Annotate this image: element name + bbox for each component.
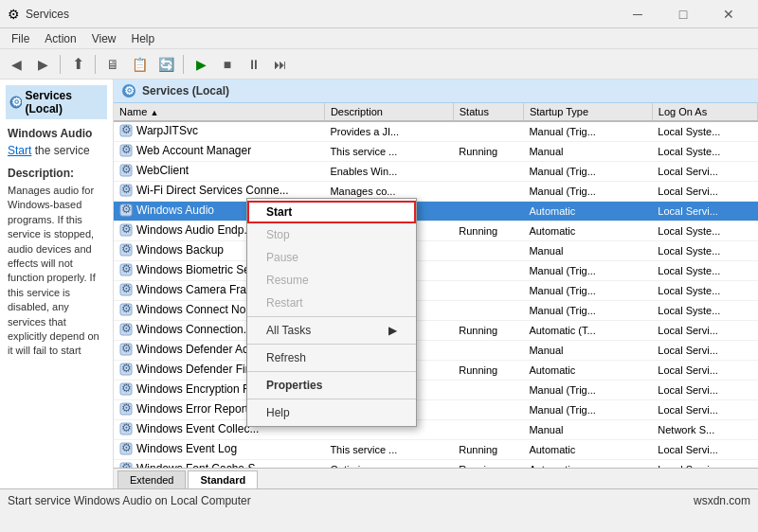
- table-row[interactable]: ⚙ Web Account Manager This service ...Ru…: [114, 142, 758, 162]
- table-row[interactable]: ⚙ Windows Connect No... Manual (Trig...L…: [114, 301, 758, 321]
- ctx-all-tasks[interactable]: All Tasks ▶: [247, 319, 416, 342]
- table-row[interactable]: ⚙ WebClient Enables Win...Manual (Trig..…: [114, 162, 758, 182]
- table-row[interactable]: ⚙ Windows Error Report... Manual (Trig..…: [114, 400, 758, 420]
- table-row[interactable]: ⚙ Windows Font Cache S... Optimizes p...…: [114, 460, 758, 469]
- table-row[interactable]: ⚙ Windows Backup ManualLocal Syste...: [114, 241, 758, 261]
- svg-text:⚙: ⚙: [121, 164, 132, 176]
- table-row[interactable]: ⚙ Windows Event Log This service ...Runn…: [114, 440, 758, 460]
- toolbar-pause[interactable]: ⏸: [242, 52, 266, 77]
- sidebar-header[interactable]: ⚙ Services (Local): [6, 85, 107, 119]
- ctx-sep1: [247, 316, 416, 317]
- cell-description: This service ...: [324, 142, 453, 162]
- close-button[interactable]: ✕: [707, 1, 750, 27]
- ctx-stop[interactable]: Stop: [247, 223, 416, 246]
- service-name-cell: ⚙ Wi-Fi Direct Services Conne...: [119, 184, 289, 197]
- service-name-cell: ⚙ Windows Audio Endp...: [119, 223, 253, 237]
- toolbar-show-hide[interactable]: 🖥: [100, 52, 125, 77]
- ctx-pause[interactable]: Pause: [247, 246, 416, 269]
- toolbar-restart[interactable]: ⏭: [268, 52, 293, 77]
- menu-help[interactable]: Help: [124, 30, 163, 47]
- cell-description: Optimizes p...: [324, 460, 453, 469]
- cell-status: Running: [453, 440, 523, 460]
- service-name-cell: ⚙ Windows Event Collec...: [119, 422, 259, 435]
- toolbar-forward[interactable]: ▶: [30, 52, 55, 77]
- service-name-cell: ⚙ Windows Backup: [119, 243, 224, 257]
- context-menu: Start Stop Pause Resume Restart All Task…: [246, 198, 417, 427]
- menu-view[interactable]: View: [84, 30, 124, 47]
- table-row[interactable]: ⚙ WarpJITSvc Provides a JI...Manual (Tri…: [114, 121, 758, 142]
- service-row-icon: ⚙: [119, 382, 133, 396]
- service-name-cell: ⚙ Windows Font Cache S...: [119, 462, 264, 468]
- ctx-resume[interactable]: Resume: [247, 269, 416, 292]
- table-row[interactable]: ⚙ Windows Encryption R... Manual (Trig..…: [114, 381, 758, 400]
- main-layout: ⚙ Services (Local) Windows Audio Start t…: [0, 80, 758, 488]
- toolbar-stop[interactable]: ■: [215, 52, 240, 77]
- svg-text:⚙: ⚙: [124, 84, 135, 98]
- toolbar-play[interactable]: ▶: [189, 52, 213, 77]
- service-name-cell: ⚙ Windows Defender Ac...: [119, 343, 258, 356]
- cell-logon: Local Syste...: [652, 261, 757, 281]
- cell-logon: Local Servi...: [652, 440, 757, 460]
- cell-startup: Manual (Trig...: [523, 182, 652, 202]
- toolbar-back[interactable]: ◀: [4, 52, 28, 77]
- table-row[interactable]: ⚙ Windows Defender Ac... ManualLocal Ser…: [114, 341, 758, 361]
- table-row[interactable]: ⚙ Wi-Fi Direct Services Conne... Manages…: [114, 182, 758, 202]
- table-row[interactable]: ⚙ Windows Biometric Se... Manual (Trig..…: [114, 261, 758, 281]
- minimize-button[interactable]: ─: [616, 1, 659, 27]
- cell-status: Running: [453, 321, 523, 341]
- tab-standard[interactable]: Standard: [188, 470, 258, 488]
- table-row[interactable]: ⚙ Windows Defender Fir... RunningAutomat…: [114, 361, 758, 381]
- cell-logon: Local Servi...: [652, 400, 757, 420]
- maximize-button[interactable]: □: [661, 1, 705, 27]
- ctx-restart[interactable]: Restart: [247, 292, 416, 314]
- sidebar: ⚙ Services (Local) Windows Audio Start t…: [0, 80, 114, 488]
- tab-extended[interactable]: Extended: [117, 470, 186, 488]
- col-status[interactable]: Status: [453, 103, 523, 121]
- table-row[interactable]: ⚙ Windows Event Collec... ManualNetwork …: [114, 420, 758, 440]
- service-row-icon: ⚙: [119, 243, 133, 257]
- description-label: Description:: [8, 167, 105, 180]
- cell-logon: Local Servi...: [652, 162, 757, 182]
- table-row[interactable]: ⚙ Windows Audio AutomaticLocal Servi...: [114, 202, 758, 222]
- service-row-icon: ⚙: [119, 303, 133, 316]
- cell-name: ⚙ WarpJITSvc: [114, 121, 324, 142]
- toolbar-properties[interactable]: 📋: [127, 52, 152, 77]
- col-logon[interactable]: Log On As: [652, 103, 757, 121]
- cell-status: [453, 381, 523, 400]
- table-row[interactable]: ⚙ Windows Connection... RunningAutomatic…: [114, 321, 758, 341]
- col-description[interactable]: Description: [324, 103, 453, 121]
- menu-action[interactable]: Action: [37, 30, 83, 47]
- sidebar-start-link: Start the service: [8, 144, 105, 157]
- service-row-icon: ⚙: [119, 343, 133, 356]
- services-table-container[interactable]: Name ▲ Description Status Startup Type L…: [114, 103, 758, 468]
- cell-startup: Manual (Trig...: [523, 261, 652, 281]
- ctx-properties[interactable]: Properties: [247, 374, 416, 397]
- svg-text:⚙: ⚙: [121, 303, 132, 315]
- cell-logon: Local Servi...: [652, 341, 757, 361]
- cell-status: [453, 162, 523, 182]
- cell-description: Provides a JI...: [324, 121, 453, 142]
- cell-logon: Local Servi...: [652, 381, 757, 400]
- svg-text:⚙: ⚙: [121, 382, 132, 395]
- svg-text:⚙: ⚙: [121, 422, 132, 434]
- col-startup-type[interactable]: Startup Type: [523, 103, 652, 121]
- start-service-link[interactable]: Start: [8, 144, 31, 157]
- cell-logon: Network S...: [652, 420, 757, 440]
- cell-logon: Local Syste...: [652, 142, 757, 162]
- toolbar-up[interactable]: ⬆: [65, 52, 90, 77]
- toolbar-refresh[interactable]: 🔄: [153, 52, 178, 77]
- service-name-cell: ⚙ Windows Connection...: [119, 323, 253, 336]
- cell-startup: Manual: [523, 241, 652, 261]
- ctx-help[interactable]: Help: [247, 401, 416, 424]
- table-row[interactable]: ⚙ Windows Audio Endp... RunningAutomatic…: [114, 222, 758, 241]
- col-name[interactable]: Name ▲: [114, 103, 324, 121]
- ctx-refresh[interactable]: Refresh: [247, 346, 416, 369]
- service-name-cell: ⚙ WebClient: [119, 164, 189, 177]
- cell-startup: Manual (Trig...: [523, 121, 652, 142]
- ctx-start[interactable]: Start: [247, 201, 416, 223]
- table-row[interactable]: ⚙ Windows Camera Frar... Manual (Trig...…: [114, 281, 758, 301]
- toolbar: ◀ ▶ ⬆ 🖥 📋 🔄 ▶ ■ ⏸ ⏭: [0, 49, 758, 80]
- cell-logon: Local Syste...: [652, 241, 757, 261]
- svg-text:⚙: ⚙: [11, 96, 22, 109]
- menu-file[interactable]: File: [4, 30, 37, 47]
